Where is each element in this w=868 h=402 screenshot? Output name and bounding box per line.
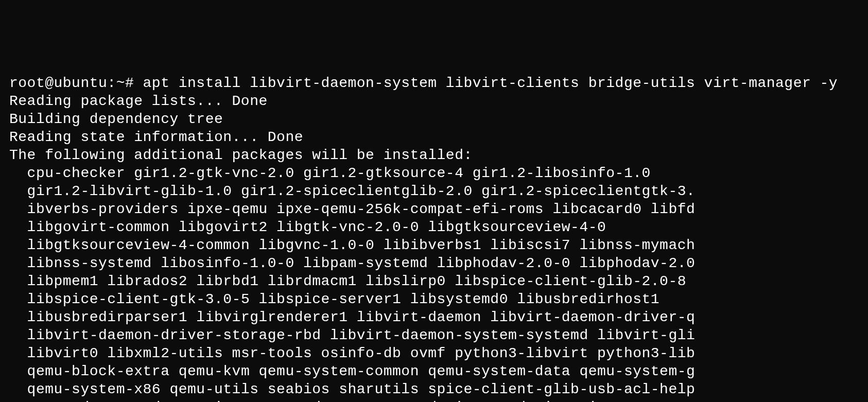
output-line: libvirt-daemon-driver-storage-rbd libvir… xyxy=(9,327,695,343)
output-line: libgovirt-common libgovirt2 libgtk-vnc-2… xyxy=(9,219,606,235)
shell-prompt: root@ubuntu:~# xyxy=(9,75,143,91)
output-line: qemu-system-x86 qemu-utils seabios sharu… xyxy=(9,381,695,397)
terminal-output[interactable]: root@ubuntu:~# apt install libvirt-daemo… xyxy=(9,74,859,402)
output-line: libusbredirparser1 libvirglrenderer1 lib… xyxy=(9,309,695,325)
output-line: libvirt0 libxml2-utils msr-tools osinfo-… xyxy=(9,345,695,361)
output-line: cpu-checker gir1.2-gtk-vnc-2.0 gir1.2-gt… xyxy=(9,165,651,181)
output-line: libnss-systemd libosinfo-1.0-0 libpam-sy… xyxy=(9,255,695,271)
output-line: systemd systemd-container systemd-sysv s… xyxy=(9,399,633,402)
output-line: libgtksourceview-4-common libgvnc-1.0-0 … xyxy=(9,237,695,253)
output-line: ibverbs-providers ipxe-qemu ipxe-qemu-25… xyxy=(9,201,695,217)
output-line: The following additional packages will b… xyxy=(9,147,473,163)
output-line: gir1.2-libvirt-glib-1.0 gir1.2-spiceclie… xyxy=(9,183,695,199)
output-line: Reading package lists... Done xyxy=(9,93,268,109)
output-line: libspice-client-gtk-3.0-5 libspice-serve… xyxy=(9,291,659,307)
output-line: Building dependency tree xyxy=(9,111,223,127)
output-line: qemu-block-extra qemu-kvm qemu-system-co… xyxy=(9,363,695,379)
output-line: libpmem1 librados2 librbd1 librdmacm1 li… xyxy=(9,273,686,289)
command-input: apt install libvirt-daemon-system libvir… xyxy=(143,75,838,91)
output-line: Reading state information... Done xyxy=(9,129,303,145)
